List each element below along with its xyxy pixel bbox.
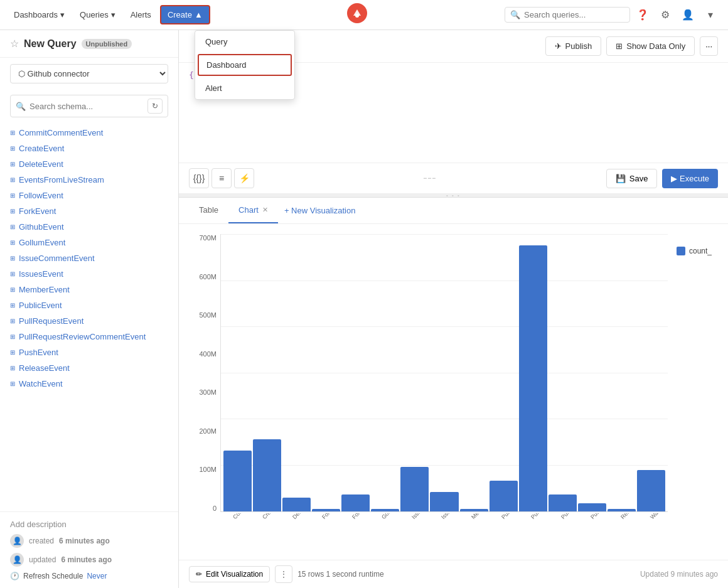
chart-bar[interactable] [430, 492, 458, 511]
nav-more-icon[interactable]: ▾ [700, 5, 720, 25]
bottom-bar: ✏ Edit Visualization ⋮ 15 rows 1 second … [179, 560, 728, 588]
chart-bar[interactable] [460, 509, 488, 511]
table-icon: ⊞ [10, 192, 15, 199]
chart-bar[interactable] [253, 439, 281, 511]
updated-row: 👤 updated 6 minutes ago [10, 553, 168, 567]
sidebar-header: ☆ New Query Unpublished [0, 30, 178, 58]
svg-point-1 [355, 14, 359, 18]
schema-item[interactable]: ⊞PullRequestEvent [0, 313, 178, 329]
dropdown-query[interactable]: Query [195, 31, 294, 53]
schema-item[interactable]: ⊞PullRequestReviewCommentEvent [0, 329, 178, 345]
execute-button[interactable]: ▶ Execute [662, 169, 718, 188]
schema-item[interactable]: ⊞GollumEvent [0, 235, 178, 250]
bottom-left: ✏ Edit Visualization ⋮ 15 rows 1 second … [189, 565, 384, 583]
nav-create[interactable]: Create ▲ [160, 5, 210, 24]
tab-chart-close-icon[interactable]: ✕ [262, 206, 268, 214]
refresh-schedule-label[interactable]: Refresh Schedule [23, 572, 83, 580]
lightning-button[interactable]: ⚡ [234, 168, 254, 188]
chart-bar[interactable] [223, 451, 252, 511]
x-axis-label: ForkEvent [351, 513, 361, 520]
schema-connector-select[interactable]: ⬡ Github connector [10, 64, 168, 83]
schema-list: ⊞CommitCommentEvent⊞CreateEvent⊞DeleteEv… [0, 122, 178, 511]
tab-chart[interactable]: Chart ✕ [228, 198, 278, 223]
x-axis-label: PullRequestEvent [530, 513, 540, 520]
search-bar[interactable]: 🔍 [505, 7, 630, 23]
schema-search-bar[interactable]: 🔍 ↻ [10, 95, 168, 117]
schema-search-input[interactable] [29, 102, 144, 111]
y-axis-label: 300M [199, 388, 217, 396]
schema-item[interactable]: ⊞ReleaseEvent [0, 360, 178, 376]
nav-dashboards[interactable]: Dashboards ▾ [8, 6, 71, 23]
schema-item[interactable]: ⊞IssueCommentEvent [0, 250, 178, 266]
add-description-button[interactable]: Add description [10, 520, 168, 529]
chart-bar[interactable] [578, 503, 606, 511]
dropdown-dashboard[interactable]: Dashboard [198, 54, 292, 76]
dropdown-alert[interactable]: Alert [195, 77, 294, 99]
search-icon: 🔍 [510, 10, 520, 19]
sidebar: ☆ New Query Unpublished ⬡ Github connect… [0, 30, 179, 588]
schema-item[interactable]: ⊞WatchEvent [0, 376, 178, 392]
x-axis-label: PushEvent [589, 513, 599, 520]
chart-bar[interactable] [519, 245, 547, 511]
table-icon: ⊞ [10, 255, 15, 262]
table-icon: ⊞ [10, 365, 15, 372]
table-icon: ⊞ [10, 129, 15, 136]
edit-visualization-button[interactable]: ✏ Edit Visualization [189, 566, 270, 582]
schema-item[interactable]: ⊞IssuesEvent [0, 266, 178, 282]
schema-item[interactable]: ⊞MemberEvent [0, 282, 178, 297]
list-button[interactable]: ≡ [211, 168, 232, 188]
chart-bar[interactable] [341, 494, 370, 511]
chart-bar[interactable] [312, 509, 340, 511]
refresh-schema-button[interactable]: ↻ [147, 99, 163, 114]
more-options-button[interactable]: ··· [700, 36, 718, 56]
resize-handle[interactable]: ━━━ [424, 176, 437, 181]
refresh-schedule-value[interactable]: Never [87, 572, 107, 580]
schema-item[interactable]: ⊞PushEvent [0, 345, 178, 360]
nav-create-label: Create [168, 10, 192, 19]
format-button[interactable]: {{}} [189, 168, 209, 188]
chart-bar[interactable] [608, 509, 636, 511]
refresh-clock-icon: 🕐 [10, 572, 19, 580]
schema-item[interactable]: ⊞PublicEvent [0, 297, 178, 313]
chart-bar[interactable] [637, 470, 665, 511]
publish-button[interactable]: ✈ Publish [545, 36, 602, 56]
x-axis-label: MemberEvent [470, 513, 480, 520]
connector-dropdown[interactable]: ⬡ Github connector [10, 64, 168, 83]
chart-bar[interactable] [282, 498, 311, 511]
schema-item[interactable]: ⊞ForkEvent [0, 203, 178, 219]
schema-item[interactable]: ⊞EventsFromLiveStream [0, 172, 178, 188]
schema-item[interactable]: ⊞FollowEvent [0, 188, 178, 203]
y-axis-label: 200M [199, 427, 217, 435]
chart-bar[interactable] [400, 467, 429, 511]
chart-bar[interactable] [549, 494, 577, 511]
chevron-down-icon-2: ▾ [111, 10, 115, 19]
schema-item[interactable]: ⊞CreateEvent [0, 141, 178, 156]
star-icon[interactable]: ☆ [10, 38, 19, 50]
table-icon: ⊞ [10, 223, 15, 230]
page-layout: ☆ New Query Unpublished ⬡ Github connect… [0, 30, 728, 588]
schema-item[interactable]: ⊞DeleteEvent [0, 156, 178, 172]
footer-more-button[interactable]: ⋮ [275, 565, 292, 583]
chart-bar[interactable] [371, 509, 399, 511]
schema-item[interactable]: ⊞GithubEvent [0, 219, 178, 235]
help-button[interactable]: ❓ [633, 5, 653, 25]
search-input[interactable] [524, 10, 612, 19]
nav-alerts[interactable]: Alerts [124, 6, 158, 23]
table-icon: ⊞ [616, 41, 623, 51]
show-data-only-button[interactable]: ⊞ Show Data Only [606, 36, 695, 56]
updated-time: 6 minutes ago [61, 555, 112, 564]
user-avatar[interactable]: 👤 [678, 5, 698, 25]
chart-bar[interactable] [490, 481, 518, 511]
tab-table[interactable]: Table [189, 198, 228, 223]
nav-queries[interactable]: Queries ▾ [73, 6, 122, 23]
save-label: Save [629, 174, 648, 183]
x-axis-label: IssueCommentEvent [410, 513, 420, 520]
x-axis-label: ReleaseEvent [619, 513, 629, 520]
edit-viz-label: Edit Visualization [206, 570, 263, 579]
table-icon: ⊞ [10, 208, 15, 215]
new-visualization-button[interactable]: + New Visualization [278, 198, 362, 223]
settings-icon[interactable]: ⚙ [655, 5, 675, 25]
schema-item[interactable]: ⊞CommitCommentEvent [0, 125, 178, 141]
table-icon: ⊞ [10, 239, 15, 246]
save-button[interactable]: 💾 Save [606, 169, 658, 188]
